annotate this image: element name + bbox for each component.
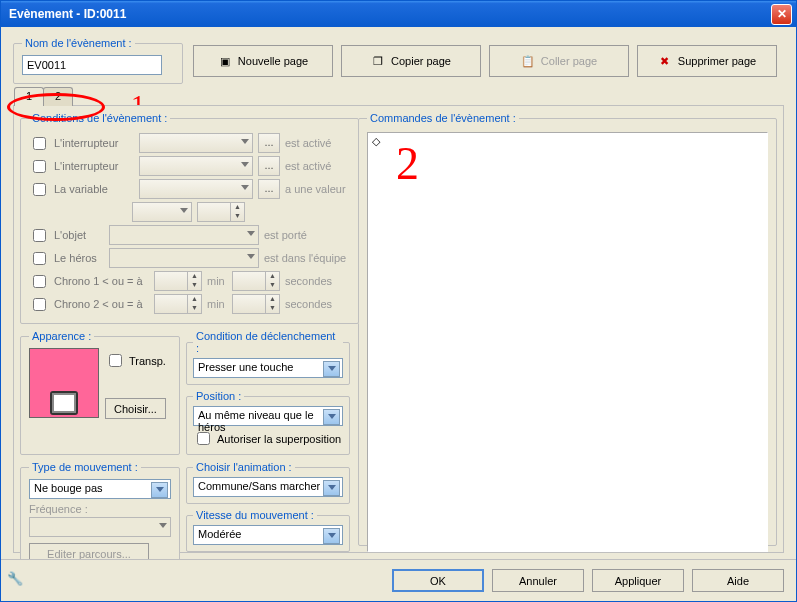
speed-select[interactable]: Modérée	[193, 525, 343, 545]
switch1-browse: ...	[258, 133, 280, 153]
close-icon[interactable]: ✕	[771, 4, 792, 25]
chrono2-check[interactable]	[33, 298, 46, 311]
move-type-group: Type de mouvement : Ne bouge pas Fréquen…	[20, 461, 180, 573]
chrono1-sec: ▲▼	[232, 271, 280, 291]
tab-2[interactable]: 2	[43, 87, 73, 106]
page-tabs: 1 2	[14, 87, 72, 106]
delete-page-button[interactable]: ✖Supprimer page	[637, 45, 777, 77]
position-group: Position :Au même niveau que le hérosAut…	[186, 390, 350, 455]
transp-row[interactable]: Transp.	[105, 351, 166, 370]
grip-icon: 🔧	[7, 571, 25, 589]
dialog-buttons: 🔧 OK Annuler Appliquer Aide	[1, 559, 796, 601]
copy-icon: ❐	[371, 54, 385, 68]
paste-icon: 📋	[521, 54, 535, 68]
position-select[interactable]: Au même niveau que le héros	[193, 406, 343, 426]
overlap-check[interactable]	[197, 432, 210, 445]
switch1-combo	[139, 133, 253, 153]
event-name-group: Nom de l'évènement :	[13, 37, 183, 84]
chrono1-min: ▲▼	[154, 271, 202, 291]
page-buttons-row: ▣Nouvelle page ❐Copier page 📋Coller page…	[193, 37, 777, 77]
hero-check[interactable]	[33, 252, 46, 265]
freq-combo	[29, 517, 171, 537]
anim-group: Choisir l'animation :Commune/Sans marche…	[186, 461, 350, 504]
ok-button[interactable]: OK	[392, 569, 484, 592]
delete-icon: ✖	[658, 54, 672, 68]
chrono2-min: ▲▼	[154, 294, 202, 314]
apply-button[interactable]: Appliquer	[592, 569, 684, 592]
conditions-group: Conditions de l'évènement : L'interrupte…	[20, 112, 359, 324]
transp-check[interactable]	[109, 354, 122, 367]
conditions-legend: Conditions de l'évènement :	[29, 112, 170, 124]
tab-1[interactable]: 1	[14, 87, 44, 106]
variable-browse: ...	[258, 179, 280, 199]
commands-list[interactable]: ◇ 2	[367, 132, 768, 552]
page-content-panel: 1 2 Conditions de l'évènement : L'interr…	[13, 105, 784, 553]
item-combo	[109, 225, 259, 245]
switch2-check[interactable]	[33, 160, 46, 173]
new-page-button[interactable]: ▣Nouvelle page	[193, 45, 333, 77]
event-name-input[interactable]	[22, 55, 162, 75]
title-bar[interactable]: Evènement - ID:0011 ✕	[1, 1, 796, 27]
help-button[interactable]: Aide	[692, 569, 784, 592]
move-type-select[interactable]: Ne bouge pas	[29, 479, 171, 499]
event-editor-window: Evènement - ID:0011 ✕ Nom de l'évènement…	[0, 0, 797, 602]
switch2-browse: ...	[258, 156, 280, 176]
switch1-check[interactable]	[33, 137, 46, 150]
new-page-icon: ▣	[218, 54, 232, 68]
choose-sprite-button[interactable]: Choisir...	[105, 398, 166, 419]
variable-value-spin: ▲▼	[197, 202, 245, 222]
event-name-legend: Nom de l'évènement :	[22, 37, 135, 49]
chrono1-check[interactable]	[33, 275, 46, 288]
trigger-select[interactable]: Presser une touche	[193, 358, 343, 378]
cancel-button[interactable]: Annuler	[492, 569, 584, 592]
variable-op-combo	[132, 202, 192, 222]
paste-page-button: 📋Coller page	[489, 45, 629, 77]
hero-combo	[109, 248, 259, 268]
speed-group: Vitesse du mouvement :Modérée	[186, 509, 350, 552]
item-check[interactable]	[33, 229, 46, 242]
trigger-group: Condition de déclenchement :Presser une …	[186, 330, 350, 385]
copy-page-button[interactable]: ❐Copier page	[341, 45, 481, 77]
chrono2-sec: ▲▼	[232, 294, 280, 314]
commands-group: Commandes de l'évènement : ◇ 2	[358, 112, 777, 546]
variable-check[interactable]	[33, 183, 46, 196]
apparence-legend: Apparence :	[29, 330, 94, 342]
switch2-combo	[139, 156, 253, 176]
window-title: Evènement - ID:0011	[5, 7, 126, 21]
variable-combo	[139, 179, 253, 199]
commands-legend: Commandes de l'évènement :	[367, 112, 519, 124]
anim-select[interactable]: Commune/Sans marcher	[193, 477, 343, 497]
freq-label: Fréquence :	[29, 503, 171, 515]
sprite-preview[interactable]	[29, 348, 99, 418]
command-line-empty[interactable]: ◇	[368, 133, 767, 150]
apparence-group: Apparence : Transp. Choisir...	[20, 330, 180, 455]
